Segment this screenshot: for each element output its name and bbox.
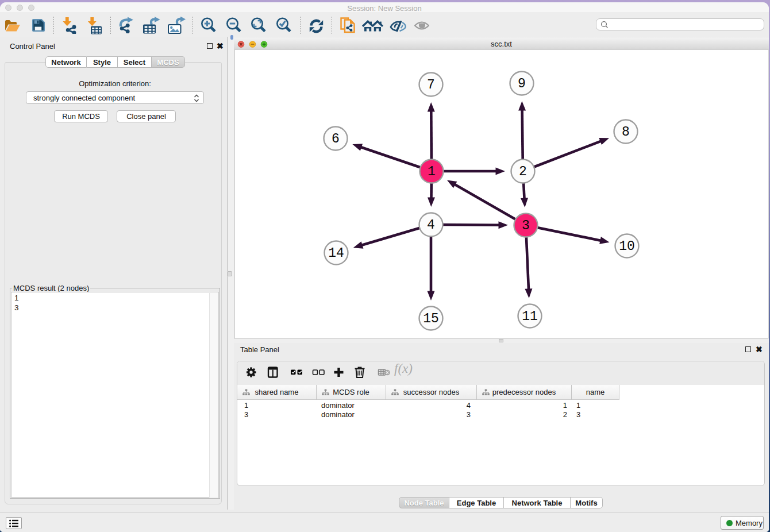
- svg-text:3: 3: [522, 218, 530, 233]
- svg-text:15: 15: [423, 311, 439, 326]
- svg-text:6: 6: [332, 132, 340, 147]
- svg-text:14: 14: [328, 246, 344, 261]
- svg-text:7: 7: [427, 78, 435, 92]
- svg-text:8: 8: [622, 125, 630, 140]
- svg-text:10: 10: [619, 239, 635, 254]
- svg-text:9: 9: [518, 76, 526, 91]
- svg-text:2: 2: [519, 164, 527, 179]
- svg-text:1: 1: [428, 164, 436, 179]
- svg-text:11: 11: [522, 309, 538, 324]
- svg-text:4: 4: [427, 218, 435, 233]
